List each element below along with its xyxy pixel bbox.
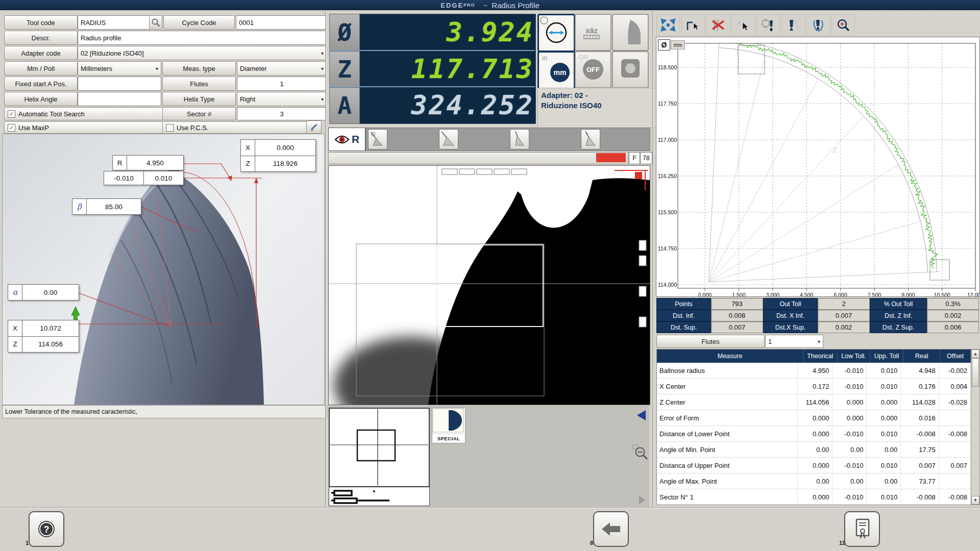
pen-icon bbox=[309, 122, 318, 132]
table-row[interactable]: Ballnose radius4.950-0.0100.0104.948-0.0… bbox=[657, 363, 971, 379]
unit-inch-mm-button[interactable]: in mm bbox=[537, 51, 575, 89]
report-button-number: 11 bbox=[839, 540, 845, 546]
live-view-toggle[interactable]: R bbox=[328, 128, 365, 151]
column-header[interactable]: Measure bbox=[657, 349, 803, 363]
stats-value: 793 bbox=[711, 298, 763, 310]
measure-value-cell: 0.172 bbox=[798, 379, 833, 394]
scroll-up-button[interactable]: ▲ bbox=[971, 349, 979, 358]
measure-value-cell: 0.010 bbox=[867, 379, 901, 394]
back-button[interactable] bbox=[593, 511, 629, 547]
tool-search-button[interactable] bbox=[149, 15, 162, 30]
tool-preset-tab[interactable] bbox=[368, 129, 387, 149]
scrollbar-thumb[interactable] bbox=[972, 358, 979, 387]
flutes-panel-select[interactable]: 1 ▾ bbox=[765, 335, 823, 348]
title-separator: ~ bbox=[483, 1, 488, 10]
pcs-edit-button[interactable] bbox=[306, 120, 322, 134]
x-tag: X bbox=[241, 140, 255, 156]
cutter-edge-icon bbox=[439, 130, 457, 148]
xaz-icon: xäz bbox=[576, 15, 607, 46]
use-pcs-checkbox[interactable]: Use P.C.S. bbox=[162, 121, 311, 134]
report-button[interactable] bbox=[844, 511, 880, 547]
select-xz-button[interactable]: xz bbox=[731, 14, 755, 36]
tool-code-label: Tool code bbox=[4, 15, 78, 30]
illumination-off-button[interactable]: ON OFF bbox=[575, 51, 611, 88]
z-tag: Z bbox=[241, 156, 255, 172]
table-row[interactable]: Angle of Max. Point0.000.000.0073.77 bbox=[657, 473, 971, 489]
use-maxp-checkbox[interactable]: ✓ Use MaxP bbox=[4, 121, 164, 134]
meas-type-select[interactable]: Diameter ▾ bbox=[237, 61, 327, 76]
center-tool-button[interactable] bbox=[756, 14, 780, 36]
help-icon: ? bbox=[36, 519, 57, 539]
brand-logo-sub: PRO bbox=[463, 3, 475, 8]
help-button[interactable]: ? bbox=[29, 511, 64, 547]
camera-view[interactable] bbox=[328, 165, 650, 405]
auto-tool-search-label: Automatic Tool Search bbox=[18, 110, 85, 118]
column-header[interactable]: Theorical bbox=[803, 349, 838, 363]
table-row[interactable]: X Center0.172-0.0100.0100.1760.004 bbox=[657, 379, 971, 394]
delete-profile-button[interactable] bbox=[706, 14, 730, 36]
tool-xz-button[interactable]: xz bbox=[781, 14, 805, 36]
table-row[interactable]: Distanca of Upper Point0.000-0.0100.0100… bbox=[657, 458, 971, 473]
tool-shape-button[interactable] bbox=[612, 14, 649, 51]
cycle-code-input[interactable]: 0001 bbox=[236, 15, 327, 30]
svg-text:117.000: 117.000 bbox=[658, 137, 677, 143]
helix-type-select[interactable]: Right ▾ bbox=[237, 92, 327, 106]
table-row[interactable]: Sector N° 10.000-0.0100.010-0.008-0.008 bbox=[657, 489, 971, 505]
tool-preset-tab[interactable] bbox=[581, 129, 600, 149]
beta-tag: β bbox=[72, 199, 87, 214]
use-pcs-label: Use P.C.S. bbox=[177, 124, 209, 132]
measure-name-cell: Ballnose radius bbox=[657, 363, 798, 378]
fixed-start-input[interactable] bbox=[78, 77, 161, 91]
expand-right-icon[interactable] bbox=[639, 496, 646, 504]
mm-poll-select[interactable]: Millimeters ▾ bbox=[78, 61, 161, 76]
dro-value-z: 117.713 bbox=[360, 51, 539, 86]
adapter-code-select[interactable]: 02 [Riduzione ISO40] ▾ bbox=[78, 46, 327, 60]
scroll-down-button[interactable]: ▼ bbox=[971, 496, 979, 505]
zoom-in-button[interactable] bbox=[831, 14, 855, 36]
measure-value-cell: 0.010 bbox=[867, 363, 901, 378]
z-tag: Z bbox=[8, 337, 22, 353]
upper-z-value: 118.926 bbox=[255, 156, 315, 172]
flutes-label: Flutes bbox=[162, 77, 236, 91]
xaz-measure-button[interactable]: xäz bbox=[575, 14, 611, 51]
special-icon bbox=[432, 408, 464, 433]
diameter-mode-button[interactable] bbox=[537, 14, 575, 52]
zoom-region-button[interactable] bbox=[632, 444, 649, 461]
tol-low-value: -0.010 bbox=[104, 171, 144, 185]
tool-code-input[interactable]: RADIUS bbox=[78, 15, 154, 30]
auto-tool-search-checkbox[interactable]: ✓ Automatic Tool Search bbox=[4, 107, 164, 120]
select-xz-icon: xz bbox=[736, 18, 751, 32]
collapse-left-icon[interactable] bbox=[637, 410, 646, 420]
table-row[interactable]: Distance of Lower Point0.000-0.0100.010-… bbox=[657, 426, 971, 442]
svg-text:115.500: 115.500 bbox=[658, 209, 677, 215]
title-bar: EDGE PRO ~ Radius Profile bbox=[0, 0, 980, 10]
table-row[interactable]: Angle of Min. Point0.000.000.0017.75 bbox=[657, 442, 971, 458]
special-mode-button[interactable]: SPECIAL bbox=[432, 408, 465, 443]
tool-preset-tab[interactable] bbox=[510, 129, 529, 149]
measure-value-cell: 0.00 bbox=[867, 442, 901, 457]
measure-profile-button[interactable] bbox=[681, 14, 705, 36]
camera-light-button[interactable] bbox=[612, 51, 649, 88]
measure-name-cell: Angle of Min. Point bbox=[657, 442, 798, 457]
measure-value-cell: 0.016 bbox=[901, 410, 939, 425]
column-header[interactable]: Real bbox=[903, 349, 941, 363]
column-header[interactable]: Upp. Toll bbox=[870, 349, 903, 363]
helix-angle-input[interactable] bbox=[78, 92, 161, 106]
column-header[interactable]: Low Toll. bbox=[838, 349, 871, 363]
measure-value-cell: -0.010 bbox=[832, 379, 867, 394]
cycle-code-label: Cycle Code bbox=[163, 15, 235, 30]
diameter-axis-button[interactable]: Ø bbox=[658, 39, 670, 51]
table-scrollbar[interactable]: ▲ ▼ bbox=[971, 349, 980, 505]
profile-cursor-icon bbox=[685, 18, 701, 32]
descr-input[interactable]: Radius profile bbox=[78, 31, 327, 45]
table-row[interactable]: Error of Form0.0000.0000.0000.016 bbox=[657, 410, 971, 426]
flutes-input[interactable]: 1 bbox=[237, 77, 327, 91]
eye-icon bbox=[334, 134, 350, 145]
tool-profile-button[interactable] bbox=[806, 14, 830, 36]
fit-view-button[interactable] bbox=[656, 14, 680, 36]
column-header[interactable]: Offset bbox=[940, 349, 971, 363]
tool-preset-tab[interactable] bbox=[439, 129, 458, 149]
table-row[interactable]: Z Center114.0560.0000.000114.028-0.028 bbox=[657, 394, 971, 410]
camera-thumbnail[interactable] bbox=[329, 408, 430, 506]
sector-input[interactable]: 3 bbox=[237, 107, 327, 120]
